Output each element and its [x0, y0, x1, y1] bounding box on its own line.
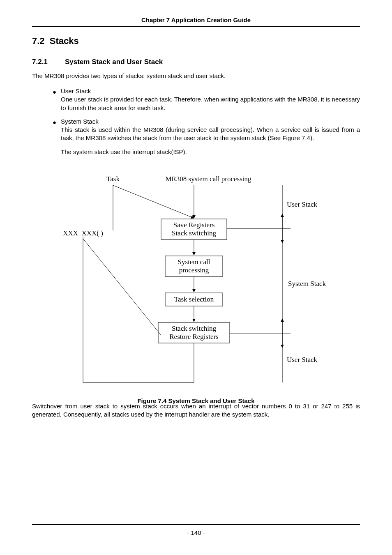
subsection-number: 7.2.1 [32, 58, 65, 66]
bullet-title: User Stack [61, 88, 360, 94]
diagram-label-user-stack-bottom: User Stack [287, 356, 318, 364]
intro-paragraph: The MR308 provides two types of stacks: … [32, 72, 360, 80]
bullet-title: System Stack [61, 118, 360, 125]
figure-caption: Figure 7.4 System Stack and User Stack [32, 397, 360, 404]
diagram-box3: Task selection [174, 295, 214, 303]
bullet-body: One user stack is provided for each task… [61, 95, 360, 112]
page-footer: - 140 - [32, 524, 360, 536]
bullet-icon: ● [53, 119, 56, 126]
bullet-icon: ● [53, 88, 56, 95]
page-number: - 140 - [187, 529, 205, 536]
bullet-list: ● User Stack One user stack is provided … [32, 88, 360, 156]
bullet-body: This stack is used within the MR308 (dur… [61, 126, 360, 143]
diagram-box2-line2: processing [179, 266, 209, 274]
section-heading: 7.2 Stacks [32, 36, 360, 46]
list-item: ● System Stack This stack is used within… [32, 118, 360, 157]
bullet-extra: The system stack use the interrupt stack… [61, 148, 360, 156]
diagram-label-call: XXX_XXX( ) [63, 229, 103, 237]
svg-line-2 [113, 185, 194, 218]
diagram-box4-line2: Restore Registers [169, 333, 218, 341]
figure-7-4: Task MR308 system call processing XXX_XX… [32, 173, 360, 395]
diagram-box1-line2: Stack switching [172, 229, 217, 237]
diagram-label-task: Task [106, 175, 120, 183]
section-number: 7.2 [32, 36, 45, 46]
subsection-heading: 7.2.1System Stack and User Stack [32, 58, 360, 66]
diagram-box4-line1: Stack switching [172, 325, 217, 332]
closing-paragraph: Switchover from user stack to system sta… [32, 402, 360, 419]
section-title: Stacks [50, 36, 79, 46]
diagram-label-system-stack: System Stack [288, 280, 326, 288]
subsection-title: System Stack and User Stack [65, 58, 163, 66]
diagram-label-processing-title: MR308 system call processing [165, 175, 251, 183]
diagram-label-user-stack-top: User Stack [287, 200, 318, 208]
diagram-box2-line1: System call [178, 258, 210, 266]
running-header: Chapter 7 Application Creation Guide [32, 16, 360, 27]
list-item: ● User Stack One user stack is provided … [32, 88, 360, 112]
svg-line-12 [83, 239, 161, 335]
diagram-box1-line1: Save Registers [173, 221, 215, 229]
